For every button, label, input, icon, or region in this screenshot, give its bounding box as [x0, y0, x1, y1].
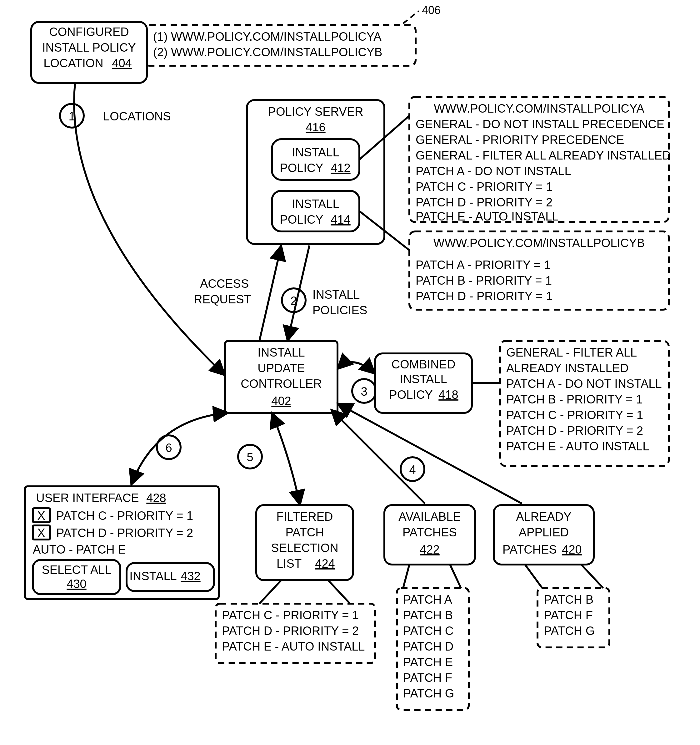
svg-text:3: 3 — [361, 385, 367, 398]
svg-text:PATCH: PATCH — [285, 526, 324, 539]
svg-text:POLICY: POLICY — [389, 388, 433, 401]
svg-text:POLICY: POLICY — [280, 162, 323, 175]
svg-text:WWW.POLICY.COM/INSTALLPOLICYA: WWW.POLICY.COM/INSTALLPOLICYA — [434, 102, 644, 115]
svg-text:PATCH G: PATCH G — [403, 687, 454, 700]
arrow-1-to-controller — [74, 83, 225, 375]
svg-text:414: 414 — [331, 213, 350, 226]
svg-text:INSTALL: INSTALL — [292, 197, 339, 211]
svg-text:PATCH D - PRIORITY = 2: PATCH D - PRIORITY = 2 — [416, 196, 552, 209]
step-1-label: LOCATIONS — [103, 110, 171, 123]
svg-text:SELECT ALL: SELECT ALL — [42, 563, 111, 576]
config-l1: CONFIGURED — [49, 25, 129, 39]
svg-text:POLICY: POLICY — [280, 213, 323, 226]
svg-text:PATCH F: PATCH F — [544, 609, 593, 622]
svg-text:COMBINED: COMBINED — [391, 358, 456, 371]
svg-text:UPDATE: UPDATE — [258, 362, 305, 375]
arrow-access-request — [260, 245, 281, 341]
svg-text:ALREADY: ALREADY — [516, 510, 571, 523]
svg-text:PATCH B: PATCH B — [544, 593, 593, 606]
svg-text:PATCHES: PATCHES — [403, 526, 457, 539]
config-l3: LOCATION — [43, 57, 103, 70]
svg-text:ACCESS: ACCESS — [200, 277, 249, 290]
svg-text:422: 422 — [420, 543, 439, 556]
svg-text:428: 428 — [146, 491, 166, 504]
svg-text:6: 6 — [165, 441, 172, 455]
svg-text:GENERAL - FILTER ALL: GENERAL - FILTER ALL — [506, 346, 637, 359]
svg-text:PATCH C: PATCH C — [403, 624, 454, 637]
svg-text:REQUEST: REQUEST — [194, 293, 251, 306]
svg-text:PATCH A - PRIORITY = 1: PATCH A - PRIORITY = 1 — [416, 258, 551, 271]
svg-text:INSTALL: INSTALL — [312, 288, 360, 301]
arrow-already — [337, 404, 522, 504]
svg-text:430: 430 — [67, 577, 86, 591]
svg-text:AUTO - PATCH E: AUTO - PATCH E — [33, 543, 126, 556]
svg-text:AVAILABLE: AVAILABLE — [399, 510, 461, 523]
svg-text:X: X — [37, 527, 45, 540]
svg-text:GENERAL - FILTER ALL ALREADY I: GENERAL - FILTER ALL ALREADY INSTALLED — [416, 149, 671, 162]
svg-text:INSTALL: INSTALL — [292, 146, 339, 159]
svg-text:PATCHES: PATCHES — [503, 543, 557, 556]
svg-text:PATCH E - AUTO INSTALL: PATCH E - AUTO INSTALL — [222, 640, 365, 653]
svg-text:5: 5 — [246, 451, 253, 464]
svg-text:INSTALL: INSTALL — [129, 570, 176, 583]
arrow-5 — [272, 413, 300, 505]
svg-text:PATCH C - PRIORITY = 1: PATCH C - PRIORITY = 1 — [222, 609, 359, 622]
svg-text:SELECTION: SELECTION — [271, 542, 338, 555]
svg-text:PATCH A - DO NOT INSTALL: PATCH A - DO NOT INSTALL — [506, 377, 662, 390]
svg-text:418: 418 — [439, 388, 458, 401]
svg-text:PATCH B: PATCH B — [403, 609, 453, 622]
svg-text:CONTROLLER: CONTROLLER — [240, 377, 322, 390]
svg-text:USER INTERFACE: USER INTERFACE — [36, 491, 139, 504]
svg-text:APPLIED: APPLIED — [519, 526, 569, 539]
url-1: (1) WWW.POLICY.COM/INSTALLPOLICYA — [153, 30, 382, 43]
svg-text:420: 420 — [562, 543, 582, 556]
svg-text:432: 432 — [181, 570, 200, 583]
svg-text:PATCH A - DO NOT INSTALL: PATCH A - DO NOT INSTALL — [416, 165, 571, 178]
svg-text:4: 4 — [409, 463, 416, 476]
svg-text:INSTALL: INSTALL — [258, 346, 305, 359]
svg-text:424: 424 — [315, 557, 335, 570]
svg-text:PATCH D: PATCH D — [403, 640, 454, 653]
svg-text:PATCH G: PATCH G — [544, 624, 595, 637]
svg-text:PATCH C - PRIORITY = 1: PATCH C - PRIORITY = 1 — [506, 408, 643, 422]
svg-text:PATCH E - AUTO INSTALL: PATCH E - AUTO INSTALL — [506, 440, 649, 453]
svg-text:PATCH C - PRIORITY = 1: PATCH C - PRIORITY = 1 — [56, 509, 193, 522]
svg-text:402: 402 — [271, 394, 291, 407]
svg-text:PATCH B - PRIORITY = 1: PATCH B - PRIORITY = 1 — [506, 393, 642, 406]
svg-text:PATCH E - AUTO INSTALL: PATCH E - AUTO INSTALL — [416, 210, 559, 223]
svg-text:GENERAL - DO NOT INSTALL PRECE: GENERAL - DO NOT INSTALL PRECEDENCE — [416, 118, 664, 131]
svg-text:PATCH C - PRIORITY = 1: PATCH C - PRIORITY = 1 — [416, 180, 552, 193]
config-l2: INSTALL POLICY — [42, 41, 136, 54]
svg-text:POLICIES: POLICIES — [312, 304, 367, 317]
url-2: (2) WWW.POLICY.COM/INSTALLPOLICYB — [153, 46, 382, 59]
svg-text:WWW.POLICY.COM/INSTALLPOLICYB: WWW.POLICY.COM/INSTALLPOLICYB — [433, 236, 645, 250]
svg-text:412: 412 — [331, 162, 350, 175]
svg-text:LIST: LIST — [276, 557, 301, 570]
svg-text:GENERAL - PRIORITY PRECEDENCE: GENERAL - PRIORITY PRECEDENCE — [416, 133, 624, 147]
svg-text:PATCH E: PATCH E — [403, 655, 453, 669]
ref-406: 406 — [422, 4, 440, 16]
svg-text:PATCH F: PATCH F — [403, 671, 452, 684]
svg-text:INSTALL: INSTALL — [400, 372, 447, 386]
svg-text:X: X — [37, 509, 45, 522]
svg-text:FILTERED: FILTERED — [276, 510, 333, 523]
svg-text:PATCH D - PRIORITY = 2: PATCH D - PRIORITY = 2 — [56, 527, 193, 540]
svg-text:PATCH B - PRIORITY = 1: PATCH B - PRIORITY = 1 — [416, 274, 552, 287]
svg-text:PATCH D - PRIORITY = 1: PATCH D - PRIORITY = 1 — [416, 290, 552, 303]
arrow-3 — [337, 362, 375, 374]
svg-text:PATCH D - PRIORITY = 2: PATCH D - PRIORITY = 2 — [506, 424, 643, 437]
policy-server-title: POLICY SERVER — [268, 105, 363, 118]
svg-text:ALREADY INSTALLED: ALREADY INSTALLED — [506, 362, 628, 375]
svg-text:PATCH D - PRIORITY = 2: PATCH D - PRIORITY = 2 — [222, 624, 359, 637]
config-ref: 404 — [112, 57, 131, 70]
policy-server-ref: 416 — [306, 121, 325, 134]
svg-text:PATCH A: PATCH A — [403, 593, 452, 606]
